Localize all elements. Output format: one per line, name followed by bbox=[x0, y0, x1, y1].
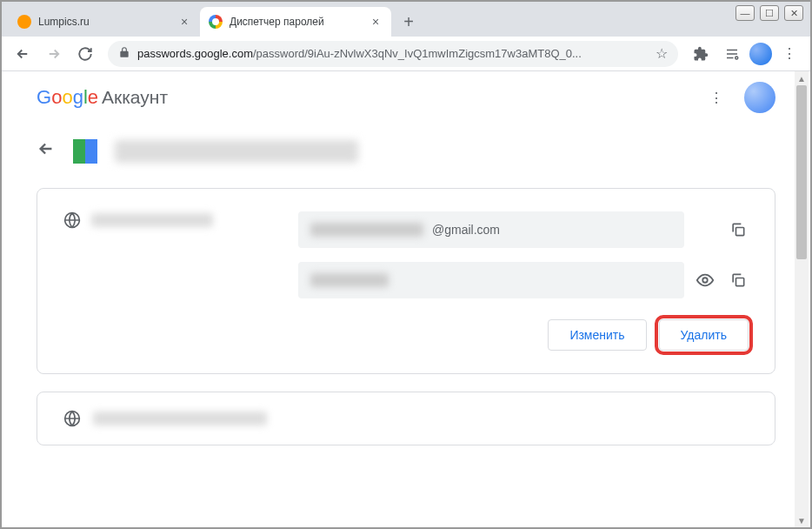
tab-favicon bbox=[17, 15, 31, 29]
address-bar[interactable]: passwords.google.com/password/9iAu-zNvlw… bbox=[108, 41, 678, 67]
fields-column: @gmail.com bbox=[298, 211, 749, 298]
browser-tab[interactable]: Lumpics.ru × bbox=[9, 7, 200, 37]
credential-card: @gmail.com bbox=[37, 188, 775, 374]
close-window-button[interactable]: ✕ bbox=[784, 5, 803, 21]
globe-icon bbox=[63, 211, 81, 229]
scroll-up-arrow[interactable]: ▲ bbox=[795, 71, 809, 85]
new-tab-button[interactable]: + bbox=[396, 10, 421, 34]
profile-avatar[interactable] bbox=[749, 43, 772, 65]
maximize-button[interactable]: ☐ bbox=[760, 5, 779, 21]
site-column bbox=[63, 211, 272, 229]
account-label: Аккаунт bbox=[102, 87, 168, 108]
site-favicon bbox=[73, 139, 97, 164]
copy-password-icon[interactable] bbox=[728, 270, 749, 291]
email-suffix: @gmail.com bbox=[432, 223, 500, 237]
browser-tab-active[interactable]: Диспетчер паролей × bbox=[200, 7, 391, 37]
svg-rect-4 bbox=[736, 278, 744, 286]
copy-username-icon[interactable] bbox=[728, 219, 749, 240]
show-password-icon[interactable] bbox=[695, 270, 715, 291]
nav-back-button[interactable] bbox=[9, 40, 37, 68]
password-field bbox=[298, 262, 684, 298]
scroll-thumb[interactable] bbox=[796, 85, 807, 259]
credential-card-collapsed[interactable] bbox=[37, 392, 775, 445]
minimize-button[interactable]: — bbox=[735, 5, 755, 21]
reload-button[interactable] bbox=[71, 40, 99, 68]
lock-icon bbox=[118, 46, 130, 61]
delete-button[interactable]: Удалить bbox=[659, 319, 749, 351]
username-field: @gmail.com bbox=[298, 211, 684, 248]
site-domain bbox=[91, 213, 213, 227]
tab-title: Lumpics.ru bbox=[38, 16, 170, 28]
header-right: ⋮ bbox=[702, 82, 775, 113]
page-back-button[interactable] bbox=[37, 139, 56, 164]
globe-icon bbox=[63, 410, 81, 427]
site-domain bbox=[93, 412, 267, 425]
svg-point-0 bbox=[735, 57, 738, 59]
card-actions: Изменить Удалить bbox=[63, 319, 749, 351]
reading-list-icon[interactable] bbox=[718, 40, 746, 68]
url-text: passwords.google.com/password/9iAu-zNvlw… bbox=[137, 47, 649, 60]
account-avatar[interactable] bbox=[744, 82, 775, 113]
nav-forward-button[interactable] bbox=[40, 40, 68, 68]
toolbar: passwords.google.com/password/9iAu-zNvlw… bbox=[2, 37, 810, 71]
svg-rect-2 bbox=[736, 228, 744, 236]
google-account-header: Google Аккаунт ⋮ bbox=[2, 71, 810, 124]
page-content: Google Аккаунт ⋮ bbox=[2, 71, 810, 527]
window-controls: — ☐ ✕ bbox=[735, 5, 803, 21]
google-favicon bbox=[209, 15, 223, 29]
edit-button[interactable]: Изменить bbox=[548, 319, 646, 351]
tab-close-icon[interactable]: × bbox=[369, 15, 383, 29]
svg-point-3 bbox=[702, 278, 708, 283]
password-value bbox=[310, 273, 389, 287]
google-logo: Google Аккаунт bbox=[37, 86, 168, 109]
extensions-icon[interactable] bbox=[687, 40, 715, 68]
tab-title: Диспетчер паролей bbox=[230, 16, 362, 28]
scrollbar[interactable]: ▲ ▼ bbox=[795, 71, 809, 527]
tab-close-icon[interactable]: × bbox=[177, 15, 191, 29]
site-name bbox=[115, 140, 358, 163]
browser-window: — ☐ ✕ Lumpics.ru × Диспетчер паролей × + bbox=[0, 0, 812, 529]
username-value bbox=[310, 223, 423, 237]
options-menu-icon[interactable]: ⋮ bbox=[702, 84, 730, 111]
scroll-down-arrow[interactable]: ▼ bbox=[795, 513, 809, 527]
site-header bbox=[2, 124, 810, 179]
bookmark-star-icon[interactable]: ☆ bbox=[656, 45, 668, 62]
chrome-menu-icon[interactable]: ⋮ bbox=[775, 40, 803, 68]
tab-bar: Lumpics.ru × Диспетчер паролей × + bbox=[2, 2, 810, 37]
